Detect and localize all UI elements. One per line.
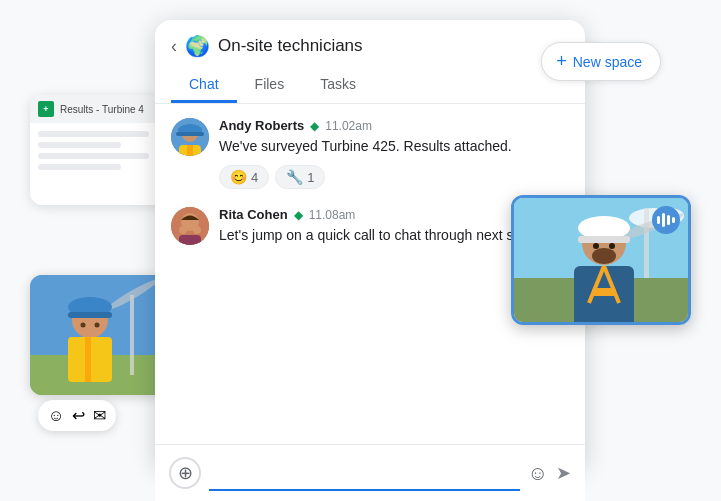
video-inner: [514, 198, 688, 322]
tab-bar: Chat Files Tasks: [171, 68, 569, 103]
back-button[interactable]: ‹: [171, 37, 177, 55]
message-input-area: ⊕ ☺ ➤: [155, 444, 585, 501]
avatar-andy-svg: [171, 118, 209, 156]
svg-rect-2: [130, 295, 134, 375]
andy-message-time: 11.02am: [325, 119, 372, 133]
svg-rect-16: [187, 145, 193, 156]
avatar-rita-svg: [171, 207, 209, 245]
forward-icon[interactable]: ✉: [93, 406, 106, 425]
wave-bar-3: [667, 215, 670, 225]
andy-message-content: Andy Roberts ◆ 11.02am We've surveyed Tu…: [219, 118, 569, 189]
plus-icon: +: [556, 51, 567, 72]
wave-bar-1: [657, 216, 660, 224]
sheet-line: [38, 131, 149, 137]
svg-point-32: [593, 243, 599, 249]
svg-rect-8: [85, 337, 91, 382]
andy-message-text: We've surveyed Turbine 425. Results atta…: [219, 136, 569, 157]
add-attachment-button[interactable]: ⊕: [169, 457, 201, 489]
svg-point-10: [95, 323, 100, 328]
title-row: ‹ 🌍 On-site technicians ∨: [171, 34, 569, 58]
emoji-reaction-icon[interactable]: ☺: [48, 407, 64, 425]
plus-circle-icon: ⊕: [178, 462, 193, 484]
wave-bar-4: [672, 217, 675, 223]
smile-emoji: 😊: [230, 169, 247, 185]
message-rita: Rita Cohen ◆ 11.08am Let's jump on a qui…: [171, 207, 569, 246]
rita-message-time: 11.08am: [309, 208, 356, 222]
new-space-label: New space: [573, 54, 642, 70]
tab-files[interactable]: Files: [237, 68, 303, 103]
sheet-line: [38, 153, 149, 159]
svg-point-20: [179, 226, 187, 234]
wave-bar-2: [662, 213, 665, 227]
rita-sender-name: Rita Cohen: [219, 207, 288, 222]
reply-icon[interactable]: ↩: [72, 406, 85, 425]
wrench-count: 1: [307, 170, 314, 185]
svg-rect-6: [68, 312, 112, 318]
avatar-rita: [171, 207, 209, 245]
smile-count: 4: [251, 170, 258, 185]
svg-rect-30: [578, 236, 630, 243]
svg-point-31: [592, 248, 616, 264]
sheet-title: Results - Turbine 4: [60, 104, 144, 115]
andy-verified-icon: ◆: [310, 119, 319, 133]
reaction-wrench[interactable]: 🔧 1: [275, 165, 325, 189]
rita-verified-icon: ◆: [294, 208, 303, 222]
message-input[interactable]: [209, 455, 520, 491]
sheet-line: [38, 142, 121, 148]
wrench-emoji: 🔧: [286, 169, 303, 185]
new-space-button[interactable]: + New space: [541, 42, 661, 81]
emoji-picker-button[interactable]: ☺: [528, 462, 548, 485]
video-audio-icon[interactable]: [652, 206, 680, 234]
card-header: ‹ 🌍 On-site technicians ∨ Chat Files Tas…: [155, 20, 585, 104]
message-andy: Andy Roberts ◆ 11.02am We've surveyed Tu…: [171, 118, 569, 189]
andy-reactions: 😊 4 🔧 1: [219, 165, 569, 189]
wave-bars: [657, 213, 675, 227]
space-name: On-site technicians: [218, 36, 551, 56]
globe-icon: 🌍: [185, 34, 210, 58]
svg-point-33: [609, 243, 615, 249]
andy-message-meta: Andy Roberts ◆ 11.02am: [219, 118, 569, 133]
avatar-andy: [171, 118, 209, 156]
svg-rect-19: [179, 235, 201, 245]
andy-sender-name: Andy Roberts: [219, 118, 304, 133]
svg-point-21: [193, 226, 201, 234]
sheet-line: [38, 164, 121, 170]
tab-tasks[interactable]: Tasks: [302, 68, 374, 103]
send-button[interactable]: ➤: [556, 462, 571, 484]
tab-chat[interactable]: Chat: [171, 68, 237, 103]
sheets-icon: +: [38, 101, 54, 117]
svg-point-9: [81, 323, 86, 328]
video-thumbnail[interactable]: [511, 195, 691, 325]
quick-reactions-bar[interactable]: ☺ ↩ ✉: [38, 400, 116, 431]
svg-rect-14: [176, 132, 204, 136]
svg-rect-37: [592, 288, 616, 296]
reaction-smile[interactable]: 😊 4: [219, 165, 269, 189]
